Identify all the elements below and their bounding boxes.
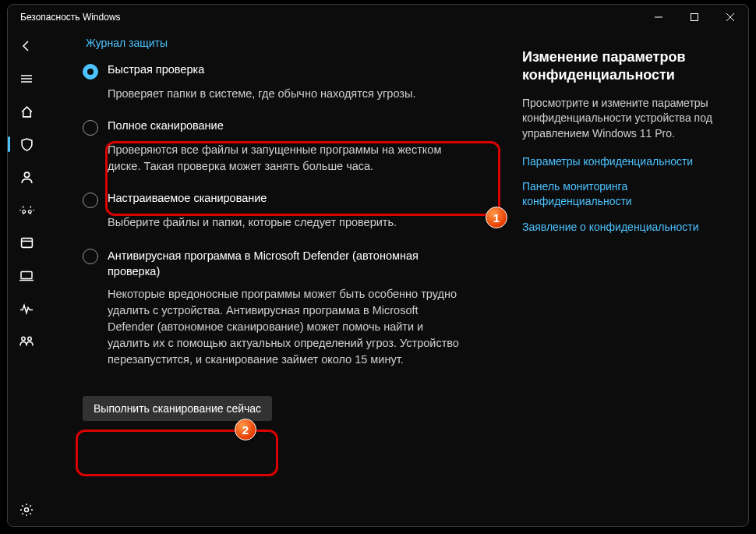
svg-point-13 [28, 337, 31, 340]
account-protection-icon[interactable] [8, 161, 45, 193]
device-performance-icon[interactable] [8, 292, 45, 324]
protection-history-link[interactable]: Журнал защиты [86, 37, 168, 49]
svg-rect-1 [691, 14, 698, 21]
titlebar: Безопасность Windows [8, 5, 748, 30]
app-browser-icon[interactable] [8, 226, 45, 259]
sidebar [8, 30, 45, 526]
radio-custom-scan[interactable]: Настраиваемое сканирование [83, 192, 493, 208]
svg-rect-10 [21, 271, 32, 278]
radio-label: Полное сканирование [108, 119, 224, 132]
radio-indicator-selected [83, 64, 98, 80]
side-panel-description: Просмотрите и измените параметры конфиде… [522, 96, 730, 142]
annotation-badge-1: 1 [486, 207, 507, 228]
main-content: Журнал защиты Быстрая проверка Проверяет… [45, 30, 514, 526]
radio-description: Некоторые вредоносные программы может бы… [108, 286, 466, 368]
close-button[interactable] [712, 5, 748, 30]
privacy-side-panel: Изменение параметров конфиденциальности … [514, 30, 748, 526]
radio-quick-scan[interactable]: Быстрая проверка [83, 63, 493, 80]
family-options-icon[interactable] [8, 324, 45, 357]
svg-point-12 [22, 337, 25, 340]
privacy-settings-link[interactable]: Параметры конфиденциальности [522, 154, 730, 169]
settings-icon[interactable] [8, 493, 45, 526]
svg-rect-8 [21, 238, 32, 247]
radio-label: Антивирусная программа в Microsoft Defen… [108, 248, 443, 280]
radio-indicator [83, 193, 98, 208]
radio-indicator [83, 249, 98, 264]
svg-point-7 [24, 172, 29, 177]
privacy-dashboard-link[interactable]: Панель мониторинга конфиденциальности [522, 179, 730, 209]
side-panel-title: Изменение параметров конфиденциальности [522, 48, 730, 85]
privacy-statement-link[interactable]: Заявление о конфиденциальности [522, 220, 730, 235]
home-icon[interactable] [8, 95, 45, 128]
radio-full-scan[interactable]: Полное сканирование [83, 119, 493, 136]
scan-now-button[interactable]: Выполнить сканирование сейчас [83, 396, 272, 421]
window-controls [641, 5, 748, 30]
window-title: Безопасность Windows [8, 12, 121, 23]
annotation-badge-2: 2 [235, 419, 256, 440]
maximize-button[interactable] [677, 5, 712, 30]
radio-description: Проверяет папки в системе, где обычно на… [108, 86, 474, 102]
radio-label: Настраиваемое сканирование [108, 192, 267, 204]
minimize-button[interactable] [641, 5, 677, 30]
radio-description: Выберите файлы и папки, которые следует … [108, 214, 474, 231]
menu-button[interactable] [8, 62, 45, 95]
device-security-icon[interactable] [8, 259, 45, 292]
radio-description: Проверяются все файлы и запущенные прогр… [108, 142, 474, 175]
radio-indicator [83, 120, 98, 136]
svg-point-14 [25, 508, 29, 512]
radio-offline-scan[interactable]: Антивирусная программа в Microsoft Defen… [83, 248, 493, 280]
back-button[interactable] [8, 30, 45, 62]
firewall-icon[interactable] [8, 193, 45, 226]
radio-label: Быстрая проверка [108, 63, 204, 76]
virus-protection-icon[interactable] [8, 128, 45, 161]
windows-security-window: Безопасность Windows Журнал защиты [7, 4, 749, 527]
